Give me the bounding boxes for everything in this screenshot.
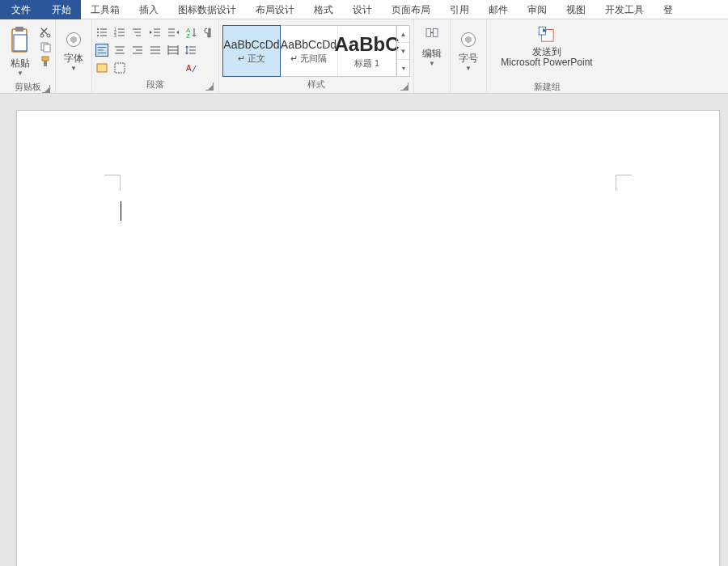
show-marks-button[interactable]	[202, 26, 215, 39]
styles-gallery: AaBbCcDd ↵ 正文 AaBbCcDd ↵ 无间隔 AaBbC 标题 1 …	[222, 25, 410, 77]
numbering-button[interactable]: 123	[113, 26, 126, 39]
style-name-label: 标题 1	[354, 57, 379, 70]
chevron-down-icon: ▼	[70, 65, 77, 72]
tab-developer[interactable]: 开发工具	[595, 0, 654, 19]
group-font: 字体 ▼	[56, 19, 92, 93]
svg-text:A: A	[186, 64, 192, 73]
symbol-dropdown[interactable]: 字号 ▼	[454, 23, 483, 79]
tab-mailings[interactable]: 邮件	[479, 0, 518, 19]
style-normal[interactable]: AaBbCcDd ↵ 正文	[222, 25, 281, 77]
group-symbol: 字号 ▼	[451, 19, 487, 93]
document-page[interactable]	[16, 110, 720, 566]
find-icon	[419, 24, 445, 47]
group-newgroup-label: 新建组	[534, 82, 561, 91]
tab-toolbox[interactable]: 工具箱	[81, 0, 129, 19]
svg-rect-7	[42, 57, 49, 61]
svg-rect-2	[14, 35, 27, 51]
svg-rect-8	[44, 61, 47, 66]
chevron-down-icon: ▼	[17, 70, 23, 77]
group-styles-label: 样式	[307, 79, 325, 89]
multilevel-list-button[interactable]	[131, 26, 144, 39]
svg-point-9	[97, 28, 99, 30]
tab-format[interactable]: 格式	[304, 0, 343, 19]
chevron-down-icon: ▼	[429, 60, 435, 67]
svg-text:Z: Z	[186, 32, 190, 39]
margin-corner-tr	[616, 175, 632, 191]
svg-rect-1	[15, 27, 23, 32]
font-dropdown[interactable]: 字体 ▼	[59, 23, 88, 79]
text-cursor	[121, 201, 121, 221]
borders-button[interactable]	[113, 61, 126, 74]
decrease-indent-button[interactable]	[149, 26, 162, 39]
align-left-button[interactable]	[95, 44, 108, 57]
style-name-label: 无间隔	[300, 53, 327, 63]
svg-point-3	[40, 34, 44, 37]
tab-insert[interactable]: 插入	[129, 0, 168, 19]
copy-button[interactable]	[39, 40, 52, 53]
clipboard-launcher[interactable]	[42, 85, 50, 93]
send-to-powerpoint-icon	[534, 24, 560, 45]
paste-button[interactable]: 粘贴 ▼	[3, 23, 37, 79]
line-spacing-button[interactable]	[184, 44, 197, 57]
ribbon-tabbar: 文件 开始 工具箱 插入 图标数据设计 布局设计 格式 设计 页面布局 引用 邮…	[0, 0, 728, 19]
svg-rect-6	[44, 44, 50, 52]
format-painter-button[interactable]	[39, 55, 52, 68]
tab-layout-design[interactable]: 布局设计	[246, 0, 304, 19]
editing-label: 编辑	[422, 49, 442, 59]
send-to-powerpoint-button[interactable]: 发送到 Microsoft PowerPoint	[490, 23, 603, 79]
editing-dropdown[interactable]: 编辑 ▼	[417, 23, 447, 79]
tab-home[interactable]: 开始	[42, 0, 81, 19]
copy-icon	[39, 40, 52, 53]
tab-icon-data-design[interactable]: 图标数据设计	[168, 0, 246, 19]
group-styles: AaBbCcDd ↵ 正文 AaBbCcDd ↵ 无间隔 AaBbC 标题 1 …	[219, 19, 414, 93]
tab-review[interactable]: 审阅	[518, 0, 557, 19]
group-paragraph: 123 AZ	[92, 19, 219, 93]
gallery-up-button[interactable]: ▲	[397, 26, 409, 43]
chevron-down-icon: ▼	[465, 65, 472, 72]
tab-design[interactable]: 设计	[343, 0, 382, 19]
document-area[interactable]	[0, 94, 728, 566]
bullets-button[interactable]	[95, 26, 108, 39]
group-editing: 编辑 ▼	[414, 19, 451, 93]
style-preview: AaBbCcDd	[223, 38, 279, 51]
gallery-more-button[interactable]: ▾	[397, 60, 409, 76]
svg-point-4	[47, 34, 50, 37]
style-no-spacing[interactable]: AaBbCcDd ↵ 无间隔	[280, 26, 338, 76]
group-paragraph-label: 段落	[146, 79, 164, 89]
styles-gallery-scroll: ▲ ▼ ▾	[396, 26, 409, 76]
style-preview: AaBbCcDd	[281, 38, 336, 51]
tab-signin[interactable]: 登	[654, 0, 683, 19]
tab-references[interactable]: 引用	[440, 0, 479, 19]
circle-icon	[461, 32, 476, 47]
send-to-target-label: Microsoft PowerPoint	[501, 57, 592, 68]
asian-layout-button[interactable]: A	[184, 61, 197, 74]
ribbon: 粘贴 ▼ 剪贴板 字体 ▼ 123	[0, 19, 728, 94]
group-newgroup: 发送到 Microsoft PowerPoint 新建组	[487, 19, 607, 93]
paste-icon	[7, 24, 33, 57]
align-justify-button[interactable]	[149, 44, 162, 57]
align-center-button[interactable]	[113, 44, 126, 57]
styles-launcher[interactable]	[400, 82, 408, 91]
style-heading-1[interactable]: AaBbC 标题 1	[338, 26, 396, 76]
sort-button[interactable]: AZ	[184, 26, 197, 39]
tab-view[interactable]: 视图	[557, 0, 595, 19]
svg-text:3: 3	[114, 33, 116, 38]
group-clipboard: 粘贴 ▼ 剪贴板	[0, 19, 56, 93]
circle-icon	[66, 32, 81, 47]
distributed-button[interactable]	[167, 44, 180, 57]
symbol-label: 字号	[459, 53, 478, 64]
gallery-down-button[interactable]: ▼	[397, 43, 409, 60]
shading-button[interactable]	[95, 61, 108, 74]
tab-page-layout[interactable]: 页面布局	[382, 0, 440, 19]
tab-file[interactable]: 文件	[0, 0, 42, 19]
brush-icon	[39, 55, 52, 68]
svg-rect-16	[115, 63, 125, 73]
paragraph-launcher[interactable]	[205, 82, 214, 91]
cut-button[interactable]	[39, 26, 52, 39]
style-name-label: 正文	[248, 53, 265, 63]
group-clipboard-label: 剪贴板	[15, 82, 41, 91]
scissors-icon	[39, 26, 52, 39]
svg-point-11	[97, 35, 99, 36]
increase-indent-button[interactable]	[167, 26, 180, 39]
align-right-button[interactable]	[131, 44, 144, 57]
